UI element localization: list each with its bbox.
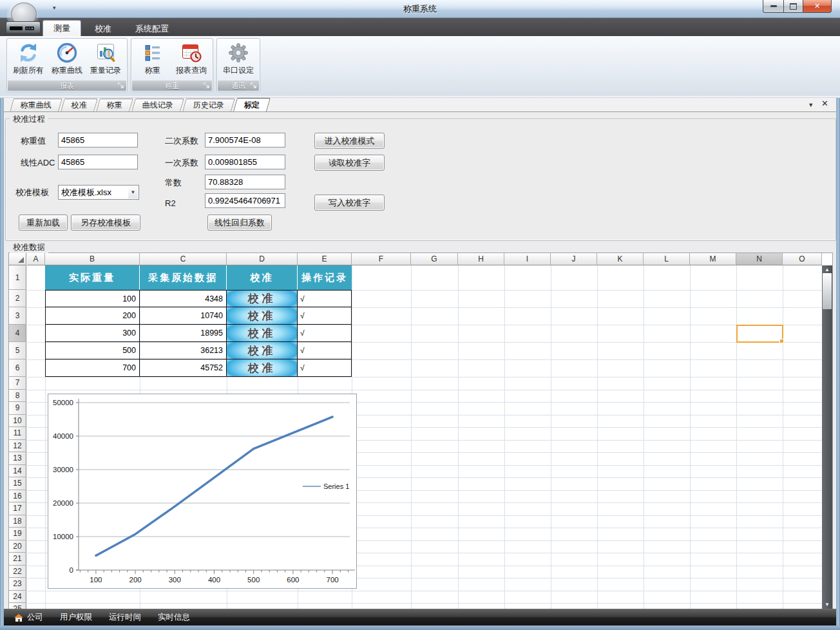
cell-actual-weight[interactable]: 200 (45, 307, 140, 325)
maximize-button[interactable] (784, 0, 803, 13)
column-header-L[interactable]: L (644, 253, 690, 265)
weight-records-button[interactable]: 重量记录 (86, 40, 125, 80)
weigh-curve-button[interactable]: 称重曲线 (48, 40, 86, 80)
linear-coefficient-field[interactable]: 0.009801855 (205, 155, 285, 169)
minimize-button[interactable] (763, 0, 784, 13)
column-header-N[interactable]: N (736, 253, 783, 265)
dialog-launcher-icon[interactable] (118, 82, 124, 89)
tab-list-dropdown-icon[interactable]: ▼ (808, 100, 814, 108)
dialog-launcher-icon[interactable] (204, 82, 210, 89)
column-header-D[interactable]: D (227, 253, 298, 265)
status-item-realtime-info[interactable]: 实时信息 (158, 612, 190, 623)
ribbon-tab-measure[interactable]: 测量 (43, 20, 81, 36)
cell-operation-log[interactable]: √ (298, 359, 352, 377)
ribbon-tab-system-config[interactable]: 系统配置 (125, 21, 179, 36)
row-header-2[interactable]: 2 (9, 290, 26, 307)
cell-actual-weight[interactable]: 700 (45, 359, 140, 377)
row-header-5[interactable]: 5 (9, 342, 26, 359)
weigh-button[interactable]: 称重 (133, 40, 172, 80)
row-header-21[interactable]: 21 (9, 553, 26, 566)
column-header-O[interactable]: O (783, 253, 822, 265)
row-header-23[interactable]: 23 (9, 578, 26, 591)
column-header-G[interactable]: G (411, 253, 458, 265)
row-header-3[interactable]: 3 (9, 307, 26, 325)
quick-access-dropdown-icon[interactable]: ▾ (53, 5, 56, 11)
enter-calibration-mode-button[interactable]: 进入校准模式 (314, 133, 385, 149)
quadratic-coefficient-field[interactable]: 7.900574E-08 (205, 133, 285, 148)
dialog-launcher-icon[interactable] (251, 82, 257, 89)
column-header-I[interactable]: I (504, 253, 551, 265)
app-scale-icon[interactable] (5, 1, 41, 34)
doc-tab-calibrate[interactable]: 校准 (61, 99, 98, 111)
constant-field[interactable]: 70.88328 (205, 175, 285, 189)
column-header-A[interactable]: A (27, 253, 45, 265)
cell-raw-data[interactable]: 45752 (140, 359, 227, 377)
row-header-20[interactable]: 20 (9, 540, 26, 553)
serial-port-settings-button[interactable]: 串口设定 (219, 40, 258, 80)
column-header-M[interactable]: M (690, 253, 736, 265)
calibration-template-combo[interactable]: 校准模板.xlsx▼ (58, 185, 139, 200)
row-header-14[interactable]: 14 (9, 465, 26, 478)
status-item-run-time[interactable]: 运行时间 (109, 612, 141, 623)
cell-actual-weight[interactable]: 500 (45, 342, 140, 359)
doc-tab-weigh[interactable]: 称重 (96, 99, 133, 111)
row-header-18[interactable]: 18 (9, 515, 26, 528)
scrollbar-thumb[interactable] (823, 273, 832, 309)
calibrate-action-button[interactable]: 校准 (227, 342, 298, 359)
write-calibration-word-button[interactable]: 写入校准字 (314, 195, 385, 211)
row-header-11[interactable]: 11 (9, 427, 26, 440)
calibration-chart[interactable]: 0100002000030000400005000010020030040050… (48, 394, 356, 588)
select-all-corner[interactable] (9, 253, 26, 265)
ribbon-tab-calibrate[interactable]: 校准 (84, 21, 122, 36)
row-header-9[interactable]: 9 (9, 402, 26, 415)
row-header-8[interactable]: 8 (9, 390, 26, 403)
cell-raw-data[interactable]: 10740 (140, 307, 227, 325)
column-header-B[interactable]: B (45, 253, 140, 265)
row-header-13[interactable]: 13 (9, 452, 26, 465)
column-header-E[interactable]: E (298, 253, 352, 265)
row-header-19[interactable]: 19 (9, 528, 26, 540)
close-button[interactable]: ✕ (803, 0, 832, 13)
calibrate-action-button[interactable]: 校准 (227, 325, 298, 342)
calibrate-action-button[interactable]: 校准 (227, 359, 298, 377)
chevron-down-icon[interactable]: ▼ (128, 186, 138, 198)
row-header-17[interactable]: 17 (9, 502, 26, 515)
column-header-C[interactable]: C (140, 253, 227, 265)
report-query-button[interactable]: 报表查询 (172, 40, 211, 80)
column-header-J[interactable]: J (551, 253, 597, 265)
refresh-all-button[interactable]: 刷新所有 (9, 40, 48, 80)
linear-adc-field[interactable]: 45865 (58, 155, 138, 169)
column-header-F[interactable]: F (352, 253, 411, 265)
row-header-15[interactable]: 15 (9, 477, 26, 490)
save-template-as-button[interactable]: 另存校准模板 (71, 215, 140, 231)
calibrate-action-button[interactable]: 校准 (227, 307, 298, 325)
selected-cell-N4[interactable] (736, 325, 783, 343)
status-item-company[interactable]: 公司 (14, 612, 43, 623)
row-header-7[interactable]: 7 (9, 377, 26, 390)
status-item-user-permissions[interactable]: 用户权限 (60, 612, 92, 623)
doc-tab-weigh-curve[interactable]: 称重曲线 (10, 99, 62, 111)
cell-operation-log[interactable]: √ (298, 325, 352, 342)
scroll-up-icon[interactable]: ▲ (822, 267, 832, 272)
cell-actual-weight[interactable]: 100 (45, 290, 140, 307)
cell-operation-log[interactable]: √ (298, 290, 352, 307)
row-header-24[interactable]: 24 (9, 591, 26, 604)
reload-button[interactable]: 重新加载 (19, 215, 68, 231)
read-calibration-word-button[interactable]: 读取校准字 (314, 155, 385, 171)
weigh-value-field[interactable]: 45865 (58, 133, 138, 148)
doc-tab-calibration[interactable]: 标定 (233, 98, 271, 111)
row-header-4[interactable]: 4 (9, 325, 26, 342)
row-header-25[interactable]: 25 (9, 603, 26, 609)
column-header-H[interactable]: H (458, 253, 504, 265)
doc-tab-curve-records[interactable]: 曲线记录 (131, 99, 184, 111)
vertical-scrollbar[interactable]: ▲▼ (822, 265, 832, 609)
row-header-16[interactable]: 16 (9, 490, 26, 503)
calibrate-action-button[interactable]: 校准 (227, 290, 298, 307)
cell-raw-data[interactable]: 4348 (140, 290, 227, 307)
r2-field[interactable]: 0.99245464706971 (205, 193, 285, 208)
row-header-22[interactable]: 22 (9, 566, 26, 578)
row-header-6[interactable]: 6 (9, 359, 26, 377)
linear-regression-button[interactable]: 线性回归系数 (207, 215, 272, 231)
cell-operation-log[interactable]: √ (298, 342, 352, 359)
cell-raw-data[interactable]: 36213 (140, 342, 227, 359)
